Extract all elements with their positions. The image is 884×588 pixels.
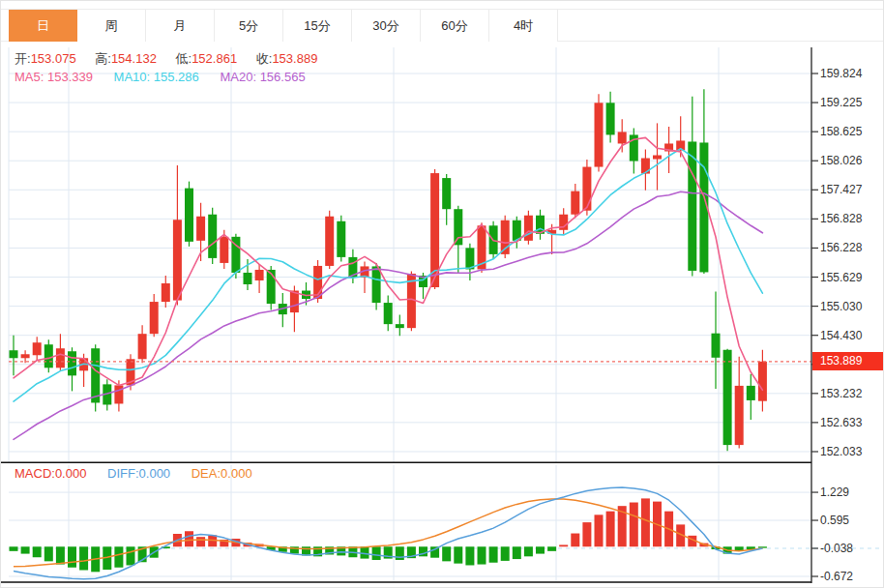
macd-axis-label: 0.595 bbox=[820, 513, 882, 528]
macd-chart[interactable] bbox=[1, 463, 884, 583]
high-label: 高: bbox=[95, 51, 111, 66]
price-axis-label: 158.026 bbox=[820, 153, 882, 168]
dea-value-readout: DEA:0.000 bbox=[192, 466, 252, 481]
open-label: 开: bbox=[15, 51, 31, 66]
tab-60min[interactable]: 60分 bbox=[421, 10, 489, 42]
tab-month[interactable]: 月 bbox=[146, 10, 215, 42]
price-axis-label: 156.228 bbox=[820, 240, 882, 255]
ohlc-readout: 开:153.075 高:154.132 低:152.861 收:153.889 bbox=[15, 50, 333, 68]
price-axis-label: 152.633 bbox=[820, 415, 882, 430]
tab-5min[interactable]: 5分 bbox=[215, 10, 283, 42]
close-value: 153.889 bbox=[272, 51, 317, 66]
close-label: 收: bbox=[256, 51, 273, 66]
tab-day[interactable]: 日 bbox=[9, 10, 77, 42]
price-axis-label: 159.824 bbox=[820, 66, 882, 81]
tab-15min[interactable]: 15分 bbox=[283, 10, 352, 42]
timeframe-tabs: 日 周 月 5分 15分 30分 60分 4时 bbox=[1, 9, 884, 42]
macd-axis-label: -0.672 bbox=[820, 569, 882, 584]
macd-value-readout: MACD:0.000 bbox=[15, 466, 86, 481]
tab-4hour[interactable]: 4时 bbox=[489, 10, 558, 42]
ma10-readout: MA10: 155.286 bbox=[114, 70, 199, 84]
ma-readout: MA5: 153.339 MA10: 155.286 MA20: 156.565 bbox=[15, 70, 323, 84]
price-axis-label: 159.225 bbox=[820, 95, 882, 110]
price-axis-label: 156.828 bbox=[820, 211, 882, 226]
price-axis-label: 155.629 bbox=[820, 270, 882, 285]
high-value: 154.132 bbox=[111, 51, 157, 66]
tab-week[interactable]: 周 bbox=[77, 10, 146, 42]
low-label: 低: bbox=[176, 51, 192, 66]
open-value: 153.075 bbox=[31, 51, 76, 66]
tab-30min[interactable]: 30分 bbox=[352, 10, 421, 42]
price-axis-label: 152.033 bbox=[820, 444, 882, 459]
macd-readout: MACD:0.000 DIFF:0.000 DEA:0.000 bbox=[15, 466, 270, 481]
price-axis-label: 158.625 bbox=[820, 124, 882, 139]
current-price-badge: 153.889 bbox=[812, 352, 883, 370]
price-axis-label: 155.030 bbox=[820, 299, 882, 314]
candlestick-chart[interactable] bbox=[1, 42, 884, 463]
price-axis-label: 153.232 bbox=[820, 386, 882, 401]
diff-value-readout: DIFF:0.000 bbox=[107, 466, 170, 481]
macd-canvas bbox=[1, 463, 884, 583]
ma5-readout: MA5: 153.339 bbox=[15, 70, 93, 84]
low-value: 152.861 bbox=[192, 51, 237, 66]
price-axis-label: 157.427 bbox=[820, 182, 882, 197]
candlestick-canvas bbox=[1, 42, 884, 463]
price-axis-label: 154.430 bbox=[820, 328, 882, 343]
macd-axis-label: 1.229 bbox=[820, 485, 882, 500]
ma20-readout: MA20: 156.565 bbox=[220, 70, 305, 84]
macd-axis-label: -0.038 bbox=[820, 541, 882, 556]
trading-chart-window: 日 周 月 5分 15分 30分 60分 4时 开:153.075 高:154.… bbox=[0, 0, 884, 588]
